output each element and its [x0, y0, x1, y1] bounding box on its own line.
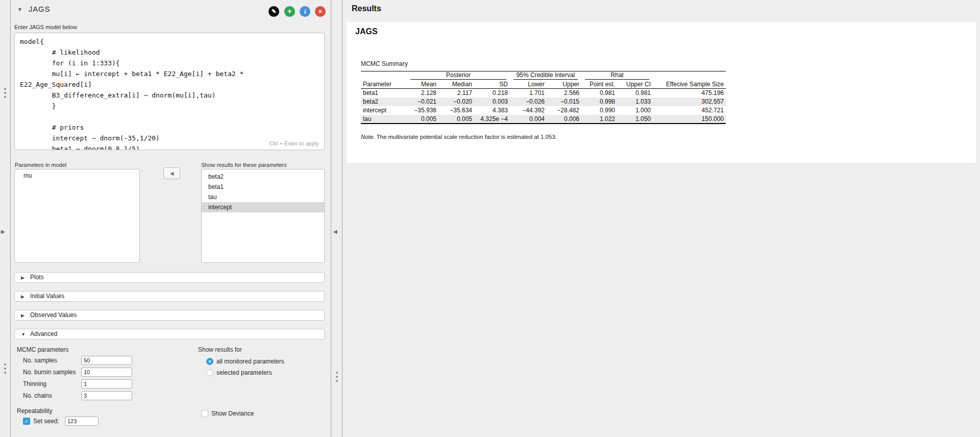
section-plots[interactable]: ▶Plots: [14, 272, 325, 283]
show-deviance-checkbox[interactable]: [201, 410, 208, 417]
chevron-right-icon: ▶: [21, 311, 30, 321]
col-upper: Upper: [547, 80, 581, 89]
expand-data-panel-arrow-icon[interactable]: ▶: [1, 229, 5, 234]
table-caption: MCMC Summary: [361, 60, 408, 67]
results-panel-title: Results: [352, 4, 381, 13]
list-item[interactable]: beta1: [202, 182, 324, 192]
help-button[interactable]: i: [300, 6, 310, 17]
no-samples-input[interactable]: [81, 356, 132, 365]
edit-title-button[interactable]: ✎: [268, 6, 279, 17]
pencil-icon: ✎: [272, 8, 276, 14]
move-parameter-left-button[interactable]: ◀: [163, 167, 180, 179]
monitored-parameters-list[interactable]: beta2 beta1 tau intercept: [201, 169, 325, 263]
available-list-label: Parameters in model: [15, 162, 67, 168]
drag-handle-icon[interactable]: [4, 88, 6, 90]
drag-handle-icon[interactable]: [336, 372, 338, 374]
apply-hint: Ctrl + Enter to apply: [269, 140, 319, 147]
analysis-header: ▼ JAGS ✎ + i ✕: [11, 0, 331, 20]
section-label: Advanced: [30, 330, 57, 337]
check-icon: ✓: [24, 419, 29, 424]
group-header-posterior: Posterior: [407, 71, 510, 80]
chevron-right-icon: ▶: [21, 292, 30, 302]
column-header-row: Parameter Mean Median SD Lower Upper Poi…: [361, 80, 726, 89]
col-lower: Lower: [510, 80, 547, 89]
table-row: intercept −35.936 −35.634 4.383 −44.392 …: [361, 106, 726, 115]
thinning-label: Thinning: [23, 380, 46, 387]
chevron-down-icon: ▼: [21, 330, 30, 339]
group-header-row: Posterior 95% Credible Interval Rhat: [361, 71, 726, 80]
no-chains-input[interactable]: [81, 391, 132, 400]
radio-selected-parameters[interactable]: [206, 369, 213, 376]
table-note: Note. The multivariate potential scale r…: [361, 134, 557, 140]
analysis-results[interactable]: JAGS MCMC Summary Posterior 95% Credible…: [347, 22, 976, 163]
list-item[interactable]: mu: [15, 169, 139, 180]
col-median: Median: [438, 80, 474, 89]
note-prefix: Note.: [361, 134, 375, 140]
show-results-for-label: Show results for: [198, 346, 242, 353]
model-editor-label: Enter JAGS model below: [14, 24, 77, 30]
left-edge-rail: ▶: [0, 0, 11, 437]
monitored-list-label: Show results for these parameters: [201, 162, 287, 168]
col-mean: Mean: [407, 80, 438, 89]
mcmc-summary-table: Posterior 95% Credible Interval Rhat Par…: [361, 71, 726, 124]
col-upper-ci: Upper CI: [617, 80, 653, 89]
thinning-input[interactable]: [81, 379, 132, 389]
list-item[interactable]: tau: [202, 192, 324, 202]
jags-model-code[interactable]: model{ # likelihood for (i in 1:333){ mu…: [15, 33, 324, 150]
group-header-rhat: Rhat: [581, 71, 653, 80]
chevron-right-icon: ▶: [21, 273, 30, 283]
table-row: beta2 −0.021 −0.020 0.003 −0.026 −0.015 …: [361, 98, 726, 106]
results-analysis-title[interactable]: JAGS: [355, 27, 378, 36]
panel-splitter[interactable]: ◀: [331, 0, 342, 437]
info-icon: i: [304, 8, 306, 15]
section-label: Initial Values: [30, 293, 64, 300]
plus-icon: +: [287, 7, 292, 15]
parameters-in-model-list[interactable]: mu: [14, 169, 140, 263]
note-text: The multivariate potential scale reducti…: [375, 134, 557, 140]
no-burnin-samples-label: No. burnin samples: [23, 369, 76, 376]
section-label: Observed Values: [30, 311, 77, 319]
drag-handle-icon[interactable]: [4, 363, 6, 366]
section-advanced[interactable]: ▼Advanced: [14, 329, 325, 339]
radio-all-monitored-label[interactable]: all monitored parameters: [216, 358, 284, 365]
col-point-est: Point est.: [581, 80, 617, 89]
jags-model-editor[interactable]: model{ # likelihood for (i in 1:333){ mu…: [14, 33, 325, 150]
no-burnin-samples-input[interactable]: [81, 368, 132, 377]
col-ess: Effecive Sample Size: [653, 80, 726, 89]
close-icon: ✕: [318, 9, 322, 14]
seed-input[interactable]: [65, 417, 99, 426]
section-label: Plots: [30, 274, 44, 281]
list-item[interactable]: beta2: [202, 172, 324, 182]
col-sd: SD: [474, 80, 510, 89]
table-row: beta1 2.128 2.117 0.218 1.701 2.566 0.98…: [361, 89, 726, 98]
analysis-title: JAGS: [29, 5, 50, 13]
set-seed-label[interactable]: Set seed:: [33, 418, 59, 425]
section-initial-values[interactable]: ▶Initial Values: [14, 291, 325, 302]
section-observed-values[interactable]: ▶Observed Values: [14, 310, 325, 321]
collapse-options-panel-arrow-icon[interactable]: ◀: [333, 229, 337, 234]
close-analysis-button[interactable]: ✕: [315, 6, 326, 17]
radio-selected-label[interactable]: selected parameters: [216, 369, 272, 376]
radio-all-monitored-parameters[interactable]: [206, 358, 213, 365]
duplicate-analysis-button[interactable]: +: [284, 6, 295, 17]
no-chains-label: No. chains: [23, 392, 52, 399]
list-item-selected[interactable]: intercept: [202, 202, 324, 212]
repeatability-label: Repeatability: [17, 407, 52, 415]
collapse-analysis-icon[interactable]: ▼: [17, 7, 22, 12]
set-seed-checkbox[interactable]: ✓: [23, 418, 30, 425]
show-deviance-label[interactable]: Show Deviance: [211, 410, 254, 417]
no-samples-label: No. samples: [23, 357, 57, 364]
group-header-credible-interval: 95% Credible Interval: [510, 71, 581, 80]
options-panel: ▼ JAGS ✎ + i ✕ Enter JAGS model below mo…: [11, 0, 331, 437]
col-parameter: Parameter: [361, 80, 407, 89]
table-row: tau 0.005 0.005 4.325e −4 0.004 0.006 1.…: [361, 115, 726, 124]
mcmc-parameters-label: MCMC parameters: [17, 346, 68, 353]
arrow-left-icon: ◀: [170, 171, 174, 176]
results-panel: Results JAGS MCMC Summary Posterior 95% …: [342, 0, 980, 437]
